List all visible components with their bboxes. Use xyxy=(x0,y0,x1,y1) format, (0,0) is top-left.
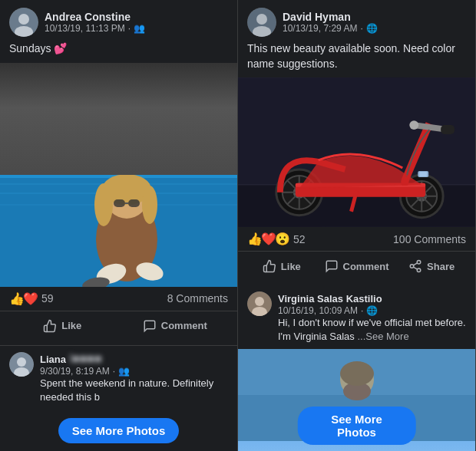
like-reaction: 👍 xyxy=(9,291,25,306)
comment-label: Comment xyxy=(161,320,207,331)
comment-label-r: Comment xyxy=(343,261,389,272)
left-see-more-overlay: See More Photos xyxy=(0,410,237,451)
left-post-text: Sundays 💕 xyxy=(0,41,237,63)
svg-point-4 xyxy=(12,113,35,151)
liana-comment-content: Liana l■■■■ 9/30/19, 8:19 AM · 👥 Spent t… xyxy=(40,352,228,404)
left-like-button[interactable]: Like xyxy=(6,313,119,339)
friends-icon: 👥 xyxy=(118,366,130,377)
right-author-avatar[interactable] xyxy=(247,8,276,37)
left-comment-button[interactable]: Comment xyxy=(119,313,232,339)
right-post-meta: David Hyman 10/13/19, 7:29 AM · 🌐 xyxy=(283,11,378,35)
privacy-icon: 👥 xyxy=(134,23,145,34)
svg-point-12 xyxy=(196,113,219,151)
virginia-avatar[interactable] xyxy=(247,291,272,316)
like-icon-r xyxy=(263,259,276,273)
right-reaction-count: 52 xyxy=(293,233,306,245)
right-post-time: 10/13/19, 7:29 AM · 🌐 xyxy=(283,23,378,34)
right-post-author[interactable]: David Hyman xyxy=(283,11,378,24)
svg-rect-32 xyxy=(128,199,140,207)
left-comment-section: Liana l■■■■ 9/30/19, 8:19 AM · 👥 Spent t… xyxy=(0,345,237,410)
svg-point-36 xyxy=(17,357,26,367)
svg-point-71 xyxy=(417,268,421,272)
svg-point-8 xyxy=(104,113,127,151)
right-see-more-overlay: See More Photos xyxy=(297,407,416,445)
love-reaction: ❤️ xyxy=(23,291,38,306)
left-reaction-count: 59 xyxy=(41,292,54,305)
right-reaction-icons: 👍 ❤️ 😮 xyxy=(247,232,290,246)
svg-point-75 xyxy=(255,297,264,306)
liana-comment-text: Spent the weekend in nature. Definitely … xyxy=(40,377,228,404)
svg-point-10 xyxy=(150,113,172,150)
svg-point-69 xyxy=(417,261,421,265)
left-post-header: Andrea Constine 10/13/19, 11:13 PM · 👥 xyxy=(0,0,237,41)
svg-point-6 xyxy=(58,112,80,149)
left-post-author[interactable]: Andrea Constine xyxy=(45,11,145,24)
virginia-author[interactable]: Virginia Salas Kastilio xyxy=(278,293,382,305)
globe-icon-virginia: 🌐 xyxy=(366,305,378,316)
left-action-buttons: Like Comment xyxy=(0,311,237,345)
see-more-link[interactable]: ...See More xyxy=(357,331,408,342)
svg-point-29 xyxy=(94,183,113,226)
svg-line-73 xyxy=(414,263,418,265)
right-reactions-bar: 👍 ❤️ 😮 52 100 Comments xyxy=(238,227,475,252)
liana-author[interactable]: Liana xyxy=(40,354,66,365)
right-action-buttons: Like Comment Share xyxy=(238,252,475,285)
virginia-comment-content: Virginia Salas Kastilio 10/16/19, 10:09 … xyxy=(278,291,466,344)
left-post-photo[interactable] xyxy=(0,63,237,287)
share-icon xyxy=(408,259,422,273)
liana-avatar[interactable] xyxy=(9,352,34,377)
left-author-avatar[interactable] xyxy=(9,8,38,37)
right-like-button[interactable]: Like xyxy=(244,253,319,279)
svg-point-9 xyxy=(129,112,147,146)
right-post-header: David Hyman 10/13/19, 7:29 AM · 🌐 xyxy=(238,0,475,41)
globe-icon: 🌐 xyxy=(366,23,378,34)
right-share-button[interactable]: Share xyxy=(394,253,469,279)
svg-point-16 xyxy=(156,107,197,118)
svg-point-15 xyxy=(88,105,127,116)
right-bottom-photo[interactable]: See More Photos xyxy=(238,349,475,451)
svg-rect-23 xyxy=(0,159,237,166)
right-reactions-left: 👍 ❤️ 😮 52 xyxy=(247,232,306,246)
virginia-comment-item: Virginia Salas Kastilio 10/16/19, 10:09 … xyxy=(247,291,466,344)
wow-reaction-r: 😮 xyxy=(275,232,290,246)
svg-point-30 xyxy=(142,186,157,224)
virginia-comment-section: Virginia Salas Kastilio 10/16/19, 10:09 … xyxy=(238,285,475,348)
like-reaction-r: 👍 xyxy=(247,232,263,246)
svg-rect-3 xyxy=(0,63,237,155)
left-comment-item: Liana l■■■■ 9/30/19, 8:19 AM · 👥 Spent t… xyxy=(9,352,228,404)
svg-line-72 xyxy=(414,267,418,269)
liana-comment-time: 9/30/19, 8:19 AM · 👥 xyxy=(40,366,228,377)
right-post-column: David Hyman 10/13/19, 7:29 AM · 🌐 This n… xyxy=(238,0,476,451)
left-post-meta: Andrea Constine 10/13/19, 11:13 PM · 👥 xyxy=(45,11,145,35)
share-label: Share xyxy=(427,261,455,272)
svg-point-7 xyxy=(82,112,102,147)
svg-point-39 xyxy=(256,14,267,25)
left-post-column: Andrea Constine 10/13/19, 11:13 PM · 👥 S… xyxy=(0,0,238,451)
svg-rect-31 xyxy=(114,199,125,207)
left-comments-count: 8 Comments xyxy=(167,292,228,305)
heart-emoji: 💕 xyxy=(54,42,67,54)
left-reactions-left: 👍 ❤️ 59 xyxy=(9,291,54,306)
love-reaction-r: ❤️ xyxy=(261,232,276,246)
right-see-more-photos-button[interactable]: See More Photos xyxy=(297,407,416,445)
right-post-text: This new beauty available soon. Need col… xyxy=(238,41,475,77)
right-comment-button[interactable]: Comment xyxy=(319,253,395,279)
left-reactions-bar: 👍 ❤️ 59 8 Comments xyxy=(0,287,237,311)
svg-point-1 xyxy=(18,14,29,25)
virginia-comment-time: 10/16/19, 10:09 AM · 🌐 xyxy=(278,305,466,316)
left-post-time: 10/13/19, 11:13 PM · 👥 xyxy=(45,23,145,34)
comment-icon-r xyxy=(325,259,339,273)
like-label: Like xyxy=(61,320,81,331)
svg-rect-65 xyxy=(441,125,455,134)
right-post-photo[interactable] xyxy=(238,77,475,227)
svg-rect-68 xyxy=(419,172,427,176)
left-see-more-photos-button[interactable]: See More Photos xyxy=(58,418,180,443)
svg-point-64 xyxy=(409,120,418,130)
svg-point-70 xyxy=(410,265,414,268)
right-comments-count: 100 Comments xyxy=(393,233,466,245)
liana-blurred-name: l■■■■ xyxy=(69,352,101,366)
svg-point-5 xyxy=(37,111,55,145)
svg-point-11 xyxy=(174,112,194,147)
like-icon xyxy=(43,319,57,333)
like-label-r: Like xyxy=(281,261,301,272)
